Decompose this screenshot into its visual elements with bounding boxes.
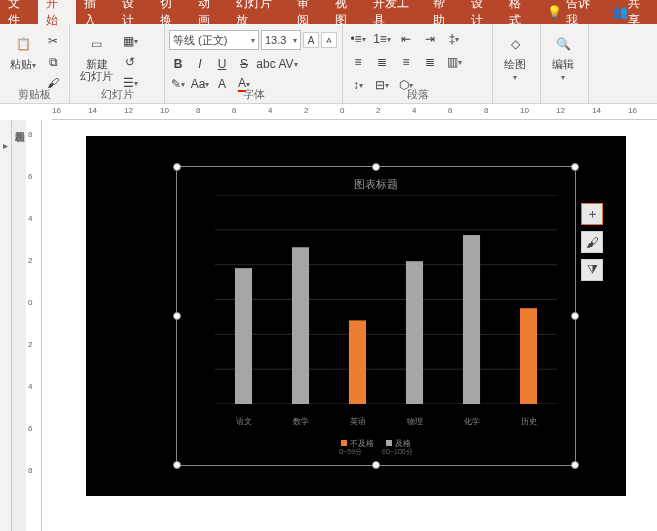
chevron-right-icon[interactable]: ▸ <box>3 140 8 151</box>
paste-button[interactable]: 📋 粘贴▾ <box>4 30 42 74</box>
tab-design2[interactable]: 设计 <box>463 0 501 24</box>
editing-button[interactable]: 🔍 编辑▾ <box>545 30 581 86</box>
new-slide-button[interactable]: ▭ 新建 幻灯片 <box>74 30 119 84</box>
svg-rect-14 <box>235 268 252 404</box>
group-paragraph-label: 段落 <box>343 87 492 102</box>
horizontal-ruler: 1614121086420246810121416 <box>52 104 657 120</box>
resize-handle-bl[interactable] <box>173 461 181 469</box>
font-size-select[interactable]: 13.3▾ <box>261 30 301 50</box>
group-slides-label: 幻灯片 <box>70 87 164 102</box>
resize-handle-tl[interactable] <box>173 163 181 171</box>
chart-x-labels: 语文数学英语物理化学历史 <box>215 416 557 427</box>
italic-button[interactable]: I <box>191 55 209 73</box>
svg-rect-19 <box>520 308 537 404</box>
chart-title: 图表标题 <box>185 175 567 194</box>
increase-font-button[interactable]: A <box>303 32 319 48</box>
svg-rect-16 <box>349 320 366 404</box>
bold-button[interactable]: B <box>169 55 187 73</box>
resize-handle-tr[interactable] <box>571 163 579 171</box>
reset-button[interactable]: ↺ <box>121 53 139 71</box>
underline-button[interactable]: U <box>213 55 231 73</box>
funnel-icon: ⧩ <box>587 262 598 278</box>
clipboard-icon: 📋 <box>11 32 35 56</box>
copy-button[interactable]: ⧉ <box>44 53 62 71</box>
resize-handle-bm[interactable] <box>372 461 380 469</box>
tab-format[interactable]: 格式 <box>501 0 539 24</box>
outline-title: 图表标题 <box>12 120 26 531</box>
tab-review[interactable]: 审阅 <box>289 0 327 24</box>
chart-sublegend: 0~59分60~100分 <box>185 447 567 457</box>
resize-handle-tm[interactable] <box>372 163 380 171</box>
brush-icon: 🖌 <box>586 235 599 250</box>
spacing-button[interactable]: AV▾ <box>279 55 297 73</box>
tab-developer[interactable]: 开发工具 <box>365 0 425 24</box>
numbering-button[interactable]: 1≡▾ <box>371 30 393 48</box>
share-icon: 👥 <box>613 5 628 19</box>
tab-slideshow[interactable]: 幻灯片放 <box>228 0 288 24</box>
shadow-button[interactable]: abc <box>257 55 275 73</box>
drawing-button[interactable]: ◇ 绘图▾ <box>497 30 533 86</box>
align-center-button[interactable]: ≣ <box>371 53 393 71</box>
chart-elements-button[interactable]: ＋ <box>581 203 603 225</box>
strike-button[interactable]: S <box>235 55 253 73</box>
align-left-button[interactable]: ≡ <box>347 53 369 71</box>
group-clipboard-label: 剪贴板 <box>0 87 69 102</box>
vertical-ruler: 864202468 <box>26 120 42 531</box>
resize-handle-br[interactable] <box>571 461 579 469</box>
indent-dec-button[interactable]: ⇤ <box>395 30 417 48</box>
shapes-icon: ◇ <box>503 32 527 56</box>
justify-button[interactable]: ≣ <box>419 53 441 71</box>
tab-home[interactable]: 开始 <box>38 0 76 24</box>
chart-selection[interactable]: 图表标题 020406080100120 语文数学英语物理化学历史 不及格及格 … <box>176 166 576 466</box>
layout-icon: ▦ <box>123 34 134 48</box>
chart-plot: 020406080100120 <box>215 195 557 404</box>
bullets-button[interactable]: •≡▾ <box>347 30 369 48</box>
slide: 图表标题 020406080100120 语文数学英语物理化学历史 不及格及格 … <box>86 136 626 496</box>
chart: 图表标题 020406080100120 语文数学英语物理化学历史 不及格及格 … <box>185 175 567 457</box>
tab-transitions[interactable]: 切换 <box>152 0 190 24</box>
tab-share[interactable]: 👥共享 <box>605 0 657 24</box>
tab-animations[interactable]: 动画 <box>190 0 228 24</box>
group-font-label: 字体 <box>165 87 342 102</box>
ribbon: 📋 粘贴▾ ✂ ⧉ 🖌 剪贴板 ▭ 新建 幻灯片 ▦▾ ↺ ☰▾ 幻灯片 <box>0 24 657 104</box>
svg-rect-15 <box>292 247 309 404</box>
chart-filters-button[interactable]: ⧩ <box>581 259 603 281</box>
columns-button[interactable]: ▥▾ <box>443 53 465 71</box>
reset-icon: ↺ <box>125 55 135 69</box>
layout-button[interactable]: ▦▾ <box>121 32 139 50</box>
outline-pane[interactable]: ▸ <box>0 120 12 531</box>
tab-help[interactable]: 帮助 <box>425 0 463 24</box>
plus-icon: ＋ <box>586 205 599 223</box>
cut-button[interactable]: ✂ <box>44 32 62 50</box>
scissors-icon: ✂ <box>48 34 58 48</box>
svg-rect-18 <box>463 235 480 404</box>
tab-tellme[interactable]: 💡 告诉我 <box>539 0 605 24</box>
indent-inc-button[interactable]: ⇥ <box>419 30 441 48</box>
tab-file[interactable]: 文件 <box>0 0 38 24</box>
svg-rect-17 <box>406 261 423 404</box>
tab-view[interactable]: 视图 <box>327 0 365 24</box>
decrease-font-button[interactable]: A <box>321 32 337 48</box>
tab-insert[interactable]: 插入 <box>76 0 114 24</box>
slide-canvas[interactable]: 图表标题 020406080100120 语文数学英语物理化学历史 不及格及格 … <box>66 120 657 531</box>
lightbulb-icon: 💡 <box>547 5 562 19</box>
align-right-button[interactable]: ≡ <box>395 53 417 71</box>
new-slide-icon: ▭ <box>85 32 109 56</box>
copy-icon: ⧉ <box>49 55 58 69</box>
chart-styles-button[interactable]: 🖌 <box>581 231 603 253</box>
tab-design[interactable]: 设计 <box>114 0 152 24</box>
find-icon: 🔍 <box>551 32 575 56</box>
resize-handle-ml[interactable] <box>173 312 181 320</box>
line-spacing-button[interactable]: ‡▾ <box>443 30 465 48</box>
font-name-select[interactable]: 等线 (正文)▾ <box>169 30 259 50</box>
resize-handle-mr[interactable] <box>571 312 579 320</box>
